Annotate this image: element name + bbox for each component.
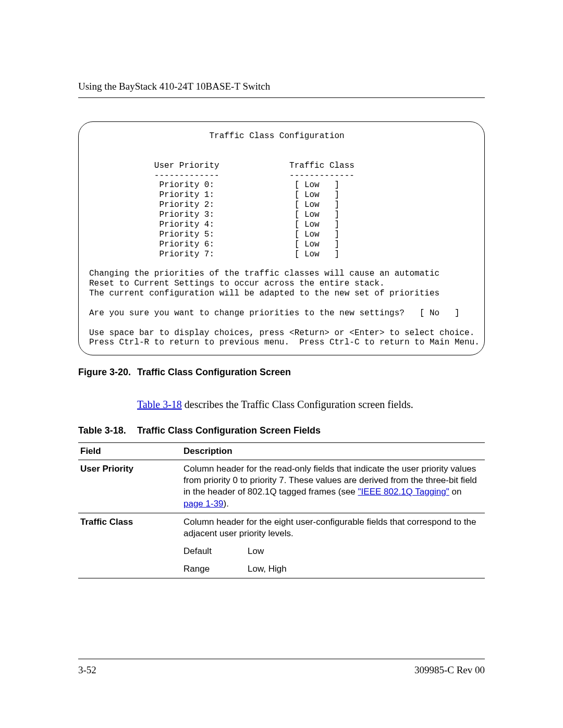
table-ref-link[interactable]: Table 3-18 [137, 399, 182, 410]
page-number: 3-52 [78, 664, 96, 676]
terminal-screen: Traffic Class Configuration User Priorit… [78, 121, 485, 355]
figure-caption: Figure 3-20.Traffic Class Configuration … [78, 367, 485, 378]
table-row: Range Low, High [78, 560, 485, 578]
ieee-tagging-link[interactable]: "IEEE 802.1Q Tagging" [358, 487, 449, 497]
page-ref-link[interactable]: page 1-39 [183, 499, 224, 509]
table-caption: Table 3-18.Traffic Class Configuration S… [78, 425, 485, 436]
figure-label: Figure 3-20. [78, 367, 137, 378]
field-traffic-class: Traffic Class [78, 513, 181, 542]
table-row: Traffic Class Column header for the eigh… [78, 513, 485, 542]
table-row: User Priority Column header for the read… [78, 460, 485, 513]
table-label: Table 3-18. [78, 425, 137, 436]
table-row: Default Low [78, 542, 485, 560]
table-title: Traffic Class Configuration Screen Field… [137, 425, 321, 436]
default-value: Low [246, 542, 485, 560]
desc-user-priority: Column header for the read-only fields t… [181, 460, 485, 513]
confirm-prompt: Are you sure you want to change prioriti… [89, 309, 460, 318]
footer-rule [78, 659, 485, 659]
range-value: Low, High [246, 560, 485, 578]
th-field: Field [78, 443, 181, 460]
col-user-priority: User Priority [154, 161, 219, 170]
col-traffic-class: Traffic Class [289, 161, 354, 170]
field-user-priority: User Priority [78, 460, 181, 513]
doc-number: 309985-C Rev 00 [414, 664, 485, 676]
figure-title: Traffic Class Configuration Screen [137, 367, 291, 377]
range-label: Range [181, 560, 246, 578]
header-rule [78, 97, 485, 98]
th-description: Description [181, 443, 485, 460]
desc-traffic-class: Column header for the eight user-configu… [181, 513, 485, 542]
terminal-title: Traffic Class Configuration [89, 131, 345, 141]
fields-table: Field Description User Priority Column h… [78, 442, 485, 578]
default-label: Default [181, 542, 246, 560]
body-paragraph: Table 3-18 describes the Traffic Class C… [137, 399, 485, 411]
page-footer: 3-52 309985-C Rev 00 [78, 659, 485, 676]
running-header: Using the BayStack 410-24T 10BASE-T Swit… [78, 81, 485, 92]
